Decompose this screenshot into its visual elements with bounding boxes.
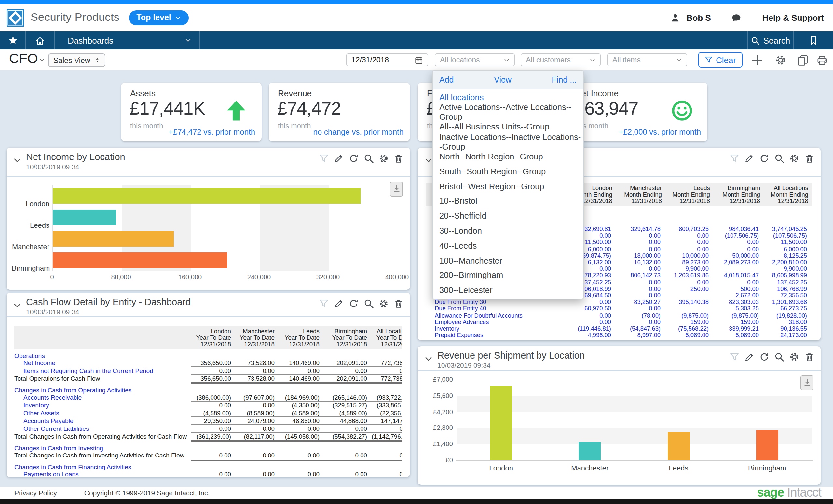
balance-cell[interactable]: (107,506.75) [764,232,812,239]
item-filter-select[interactable]: All items [607,53,687,66]
copy-dashboard-button[interactable] [797,55,808,66]
balance-cell[interactable]: 24,173.00 [764,332,812,338]
cash-flow-row-link[interactable]: Payments on Loans [14,471,191,477]
add-location-link[interactable]: Add [439,75,454,84]
balance-cell[interactable]: 0.00 [567,319,616,326]
balance-cell[interactable]: (119,446.81) [567,326,616,332]
balance-cell[interactable]: 5,303.25 [714,306,764,312]
location-filter-select[interactable]: All locations [435,53,515,66]
balance-cell[interactable]: (9,875.00) [714,312,764,318]
dashboard-settings-button[interactable] [775,55,786,66]
filter-icon[interactable] [319,299,329,309]
balance-cell[interactable]: 10,000.00 [666,253,714,259]
balance-cell[interactable]: 0.00 [666,239,714,246]
location-option[interactable]: 20--Sheffield [433,209,583,223]
balance-cell[interactable]: 0.00 [616,292,666,299]
balance-cell[interactable]: (78.00) [616,312,666,318]
cash-flow-row-link[interactable]: Accounts Payable [14,417,191,425]
print-dashboard-button[interactable] [817,55,828,66]
download-chart-button[interactable] [801,376,813,390]
top-level-button[interactable]: Top level [128,10,189,25]
bar-birmingham[interactable] [53,252,227,268]
balance-cell[interactable]: 0.00 [714,279,764,285]
delete-icon[interactable] [394,153,404,163]
calendar-icon[interactable] [414,56,423,64]
cash-flow-row-link[interactable]: Accounts Receivable [14,394,191,402]
location-option[interactable]: Active Locations--Active Locations--Grou… [433,105,583,120]
balance-cell[interactable]: 1,301,693.68 [764,299,812,305]
delete-icon[interactable] [804,153,814,163]
zoom-icon[interactable] [364,299,374,309]
balance-row-link[interactable]: Employee Advances [426,319,567,326]
cash-flow-row-link[interactable]: Other Current Liabilities [14,425,191,433]
balance-cell[interactable]: 8,125.25 [764,253,812,259]
balance-row-link[interactable]: Inventory [426,326,567,332]
bookmarks-button[interactable] [794,31,833,49]
bar-manchester[interactable] [53,231,174,246]
chevron-down-icon[interactable] [39,57,45,63]
balance-cell[interactable]: 500.00 [714,286,764,292]
location-option[interactable]: 200--Birmingham [433,268,583,283]
cash-flow-row-link[interactable]: Items not Requiring Cash in the Current … [14,367,191,375]
balance-cell[interactable]: 8,605,998.99 [764,272,812,279]
download-chart-button[interactable] [390,182,403,196]
location-option[interactable]: 40--Leeds [433,238,583,253]
balance-row-link[interactable]: Due From Entity 40 [426,306,567,312]
balance-cell[interactable]: 16,132.00 [616,259,666,265]
clear-filters-button[interactable]: Clear [698,52,742,68]
balance-cell[interactable]: 800,703.25 [666,226,714,232]
cash-flow-row-link[interactable]: Inventory [14,402,191,409]
zoom-icon[interactable] [364,153,374,163]
help-support-link[interactable]: Help & Support [762,13,824,22]
view-location-link[interactable]: View [494,75,511,84]
balance-cell[interactable]: 2,672.00 [714,292,764,299]
balance-cell[interactable]: 60,970.50 [567,306,616,312]
delete-icon[interactable] [804,352,814,362]
balance-cell[interactable]: 0.00 [616,319,666,326]
filter-icon[interactable] [730,153,739,163]
kpi-card-assets[interactable]: Assets £17,441K this month +£74,472 vs. … [121,82,262,141]
balance-cell[interactable]: 159.00 [666,319,714,326]
balance-row-link[interactable]: Allowance For Doubtful Accounts [426,312,567,318]
settings-icon[interactable] [789,352,799,362]
dashboards-menu[interactable]: Dashboards [55,31,200,49]
location-option[interactable]: 10--Bristol [433,194,583,209]
balance-cell[interactable]: 6,000.00 [764,246,812,252]
balance-cell[interactable]: 395,140.38 [666,299,714,305]
filter-icon[interactable] [730,352,739,362]
refresh-icon[interactable] [349,299,359,309]
collapse-icon[interactable] [13,301,22,310]
location-option[interactable]: South--South Region--Group [433,164,583,179]
balance-cell[interactable]: 0.00 [616,306,666,312]
balance-cell[interactable]: 89,273.00 [666,259,714,265]
collapse-icon[interactable] [13,156,22,165]
balance-cell[interactable]: 0.00 [666,232,714,239]
view-select[interactable]: Sales View [48,53,105,67]
settings-icon[interactable] [379,153,388,163]
chat-icon[interactable] [732,13,742,22]
balance-cell[interactable]: 5,089.00 [714,332,764,338]
refresh-icon[interactable] [759,352,769,362]
balance-cell[interactable]: 3,747,045.25 [764,226,812,232]
bar-leeds[interactable] [667,432,690,460]
balance-cell[interactable]: 0.00 [616,232,666,239]
balance-cell[interactable]: 2,200,810.00 [764,259,812,265]
privacy-policy-link[interactable]: Privacy Policy [14,489,57,497]
balance-cell[interactable]: (54,847.63) [616,326,666,332]
balance-cell[interactable]: 0.00 [567,312,616,318]
balance-cell[interactable]: 90,136.55 [764,326,812,332]
balance-cell[interactable]: 984,036.41 [714,226,764,232]
balance-cell[interactable]: 0.00 [714,246,764,252]
balance-cell[interactable]: 2,089,273.00 [714,259,764,265]
location-option[interactable]: 30--London [433,223,583,238]
edit-icon[interactable] [334,153,343,163]
cash-flow-row-link[interactable]: Changes in Cash from Investing [14,445,191,452]
balance-cell[interactable]: 137,452.25 [764,279,812,285]
search-button[interactable]: Search [748,31,794,49]
location-option[interactable]: Inactive Locations--Inactive Locations--… [433,135,583,149]
balance-cell[interactable]: 4,998.00 [567,332,616,338]
balance-cell[interactable]: 806,142.73 [616,272,666,279]
settings-icon[interactable] [789,153,799,163]
kpi-card-net-income[interactable]: Net Income £63,947 this month +£2,000 vs… [566,82,707,141]
home-button[interactable] [26,31,55,49]
